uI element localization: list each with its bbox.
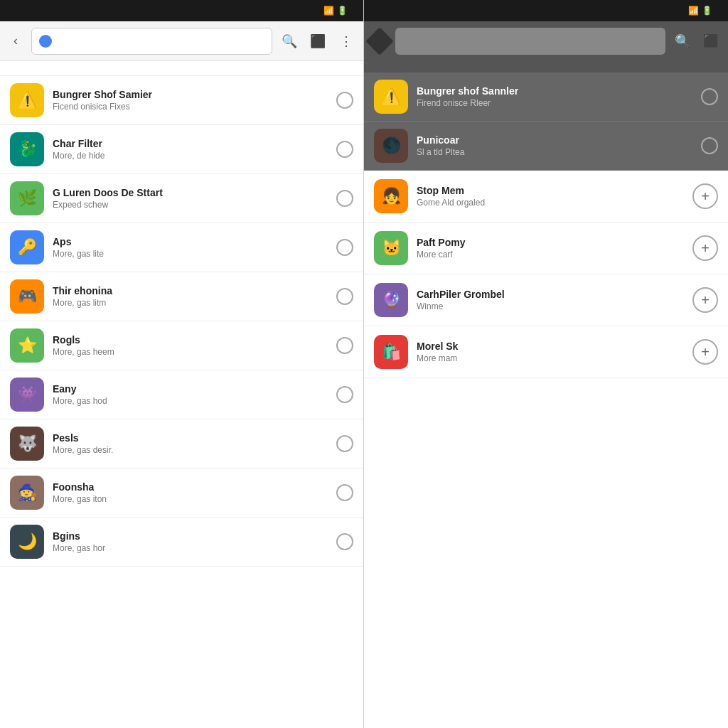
left-tab-pill[interactable] — [31, 28, 272, 55]
list-item[interactable]: ⚠️ Bungrer shof Sannler Firend onisce Rl… — [364, 73, 728, 122]
list-item[interactable]: ⭐ Rogls More, gas heem — [0, 321, 363, 370]
right-game-list: 👧 Stop Mem Gome Ald orgaled + 🐱 Paft Pom… — [364, 171, 728, 728]
game-icon: 🌑 — [374, 129, 408, 163]
game-info: Aps More, gas lite — [53, 236, 328, 259]
game-subtitle: More mam — [417, 353, 684, 363]
list-item[interactable]: ⚠️ Bungrer Shof Samier Ficend onisica Fi… — [0, 76, 363, 125]
game-radio[interactable] — [336, 386, 353, 403]
game-icon: 🔑 — [10, 230, 44, 264]
right-signal-icon: 📶 — [688, 6, 699, 16]
game-icon: ⚠️ — [374, 80, 408, 114]
game-title: Stop Mem — [417, 185, 684, 196]
left-back-button[interactable]: ‹ — [6, 31, 26, 51]
game-info: G Luren Doos De Sttart Expeed schew — [53, 187, 328, 210]
list-item[interactable]: 🔑 Aps More, gas lite — [0, 223, 363, 272]
list-item[interactable]: 🧙 Foonsha More, gas iton — [0, 469, 363, 518]
game-radio[interactable] — [336, 435, 353, 452]
game-info: Eany More, gas hod — [53, 383, 328, 406]
game-icon: 🐉 — [10, 132, 44, 166]
right-search-button[interactable]: 🔍 — [671, 30, 694, 53]
game-subtitle: More, de hide — [53, 151, 328, 161]
dropdown-game-list: ⚠️ Bungrer shof Sannler Firend onisce Rl… — [364, 73, 728, 171]
game-info: Bgins More, gas hor — [53, 530, 328, 553]
add-button[interactable]: + — [692, 183, 718, 209]
game-radio[interactable] — [336, 288, 353, 305]
game-icon: ⭐ — [10, 328, 44, 363]
battery-icon: 🔋 — [337, 6, 348, 16]
left-browser-chrome: ‹ 🔍 ⬛ ⋮ — [0, 21, 363, 61]
list-item[interactable]: 🛍️ Morel Sk More mam + — [364, 326, 728, 378]
signal-icon: 📶 — [323, 6, 334, 16]
list-item[interactable]: 🐉 Char Filter More, de hide — [0, 125, 363, 174]
game-radio[interactable] — [336, 92, 353, 109]
game-info: Thir ehonina More, gas litm — [53, 285, 328, 308]
left-menu-button[interactable]: ⋮ — [335, 30, 358, 53]
list-item[interactable]: 🐺 Pesls More, gas desir. — [0, 419, 363, 469]
game-title: G Luren Doos De Sttart — [53, 187, 328, 198]
game-title: Paft Pomy — [417, 237, 684, 248]
game-radio[interactable] — [336, 239, 353, 256]
list-item[interactable]: 🌿 G Luren Doos De Sttart Expeed schew — [0, 174, 363, 223]
game-subtitle: Winme — [417, 301, 684, 311]
game-info: Char Filter More, de hide — [53, 138, 328, 161]
dropdown-overlay: 🔍 ⬛ ⚠️ Bungrer shof Sannler Firend onisc… — [364, 21, 728, 171]
dropdown-section-header — [364, 61, 728, 73]
left-page-header — [0, 61, 363, 76]
game-radio[interactable] — [701, 88, 718, 105]
game-radio[interactable] — [701, 137, 718, 154]
left-search-button[interactable]: 🔍 — [278, 30, 301, 53]
left-screenshot-button[interactable]: ⬛ — [306, 30, 329, 53]
list-item[interactable]: 🐱 Paft Pomy More carf + — [364, 223, 728, 274]
right-back-button[interactable] — [365, 27, 394, 55]
add-button[interactable]: + — [692, 287, 718, 313]
game-subtitle: Firend onisce Rleer — [417, 98, 692, 108]
game-info: Pesls More, gas desir. — [53, 432, 328, 455]
list-item[interactable]: 🎮 Thir ehonina More, gas litm — [0, 272, 363, 321]
game-radio[interactable] — [336, 484, 353, 501]
game-radio[interactable] — [336, 190, 353, 207]
list-item[interactable]: 🌑 Punicoar Sl a tld Pltea — [364, 122, 728, 171]
game-info: Punicoar Sl a tld Pltea — [417, 134, 692, 157]
game-subtitle: More, gas litm — [53, 298, 328, 308]
game-radio[interactable] — [336, 141, 353, 158]
game-icon: 🎮 — [10, 279, 44, 314]
list-item[interactable]: 🔮 CarhPiler Grombel Winme + — [364, 274, 728, 326]
right-status-bar: 📶 🔋 — [364, 0, 728, 21]
game-icon: 🐱 — [374, 231, 408, 265]
game-icon: 👾 — [10, 378, 44, 412]
game-subtitle: Ficend onisica Fixes — [53, 102, 328, 112]
game-info: Stop Mem Gome Ald orgaled — [417, 185, 684, 208]
game-title: Bungrer Shof Samier — [53, 89, 328, 100]
list-item[interactable]: 👧 Stop Mem Gome Ald orgaled + — [364, 171, 728, 223]
add-button[interactable]: + — [692, 235, 718, 261]
game-subtitle: More, gas desir. — [53, 445, 328, 455]
right-battery-icon: 🔋 — [702, 6, 712, 16]
list-item[interactable]: 🌙 Bgins More, gas hor — [0, 518, 363, 567]
game-icon: 🐺 — [10, 427, 44, 461]
right-screenshot-button[interactable]: ⬛ — [700, 30, 722, 53]
right-tab-pill[interactable] — [395, 28, 665, 55]
game-title: Pesls — [53, 432, 328, 444]
game-info: Bungrer shof Sannler Firend onisce Rleer — [417, 85, 692, 108]
list-item[interactable]: 👾 Eany More, gas hod — [0, 370, 363, 419]
game-icon: ⚠️ — [10, 83, 44, 117]
right-status-icons: 📶 🔋 — [688, 6, 715, 16]
game-title: Rogls — [53, 334, 328, 346]
left-panel: 📶 🔋 ‹ 🔍 ⬛ ⋮ ⚠️ Bungrer Shof Samier Ficen… — [0, 0, 364, 728]
game-subtitle: More, gas hor — [53, 543, 328, 553]
game-radio[interactable] — [336, 337, 353, 354]
left-status-icons: 📶 🔋 — [323, 6, 350, 16]
game-radio[interactable] — [336, 533, 353, 550]
game-icon: 🌙 — [10, 525, 44, 559]
left-tab-favicon — [39, 35, 52, 48]
game-subtitle: More, gas hod — [53, 396, 328, 406]
game-subtitle: More carf — [417, 250, 684, 259]
game-info: CarhPiler Grombel Winme — [417, 289, 684, 311]
game-subtitle: More, gas lite — [53, 249, 328, 259]
game-title: Morel Sk — [417, 341, 684, 352]
game-icon: 🌿 — [10, 181, 44, 215]
add-button[interactable]: + — [692, 339, 718, 365]
game-title: Char Filter — [53, 138, 328, 149]
game-icon: 🛍️ — [374, 335, 408, 369]
game-subtitle: More, gas heem — [53, 347, 328, 357]
